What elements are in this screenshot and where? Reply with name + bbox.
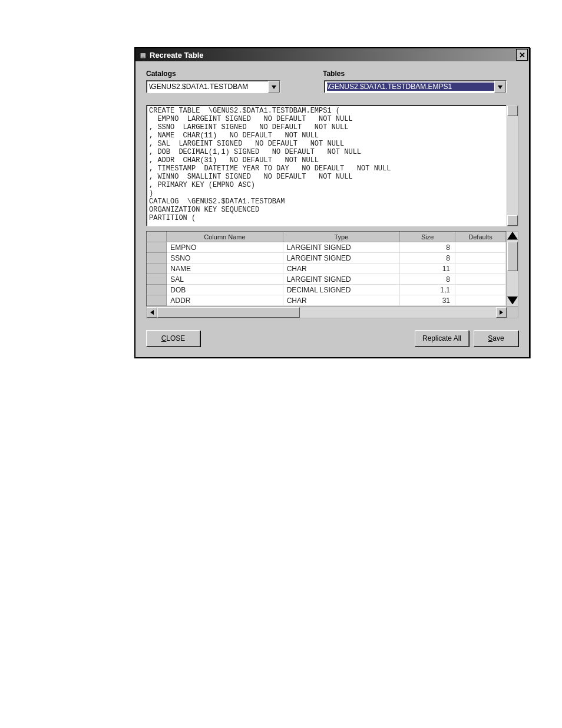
cell-defaults[interactable] xyxy=(455,274,506,285)
scroll-up-button[interactable] xyxy=(507,232,518,242)
cell-col-name[interactable]: ADDR xyxy=(167,295,283,306)
scroll-left-button[interactable] xyxy=(147,307,157,318)
table-row[interactable]: ADDR CHAR 31 xyxy=(147,295,506,306)
cell-size[interactable]: 1,1 xyxy=(400,285,455,295)
titlebar-close-button[interactable]: ✕ xyxy=(516,49,528,61)
tables-combo-arrow[interactable] xyxy=(494,81,506,93)
cell-col-name[interactable]: DOB xyxy=(167,285,283,295)
scrollbar-thumb[interactable] xyxy=(507,242,518,271)
close-icon: ✕ xyxy=(519,51,525,60)
grid-header-defaults[interactable]: Defaults xyxy=(455,232,506,242)
chevron-down-icon xyxy=(272,83,276,91)
svg-marker-1 xyxy=(498,85,503,89)
cell-type[interactable]: CHAR xyxy=(283,295,400,306)
svg-marker-4 xyxy=(507,232,518,240)
cell-type[interactable]: CHAR xyxy=(283,263,400,274)
recreate-table-dialog: ▤ Recreate Table ✕ Catalogs Tables \GENU… xyxy=(134,47,530,358)
cell-type[interactable]: LARGEINT SIGNED xyxy=(283,253,400,263)
row-header[interactable] xyxy=(147,242,167,253)
grid-header-row: Column Name Type Size Defaults xyxy=(147,232,506,242)
scroll-right-button[interactable] xyxy=(496,307,507,318)
combo-labels-row: Catalogs Tables xyxy=(146,70,518,78)
cell-type[interactable]: LARGEINT SIGNED xyxy=(283,242,400,253)
sql-vertical-scrollbar[interactable] xyxy=(507,105,518,226)
cell-size[interactable]: 8 xyxy=(400,253,455,263)
svg-marker-0 xyxy=(272,85,276,89)
svg-marker-5 xyxy=(507,297,518,305)
scrollbar-track[interactable] xyxy=(507,116,518,215)
sql-textbox[interactable]: CREATE TABLE \GENUS2.$DATA1.TESTDBAM.EMP… xyxy=(146,105,507,226)
cell-defaults[interactable] xyxy=(455,285,506,295)
cell-size[interactable]: 11 xyxy=(400,263,455,274)
scrollbar-thumb[interactable] xyxy=(157,307,300,318)
cell-size[interactable]: 8 xyxy=(400,274,455,285)
chevron-up-icon xyxy=(507,233,518,242)
button-spacer xyxy=(205,330,410,347)
scroll-down-button[interactable] xyxy=(507,297,518,307)
scrollbar-track[interactable] xyxy=(507,242,518,297)
replicate-all-label: Replicate All xyxy=(422,334,461,342)
cell-defaults[interactable] xyxy=(455,242,506,253)
svg-marker-7 xyxy=(500,310,503,315)
grid-corner xyxy=(147,232,167,242)
table-row[interactable]: SAL LARGEINT SIGNED 8 xyxy=(147,274,506,285)
scroll-up-button[interactable] xyxy=(507,106,518,116)
button-row: CLOSE Replicate All Save xyxy=(146,330,518,347)
replicate-all-button[interactable]: Replicate All xyxy=(415,330,469,347)
grid-header-size[interactable]: Size xyxy=(400,232,455,242)
cell-col-name[interactable]: EMPNO xyxy=(167,242,283,253)
sql-area: CREATE TABLE \GENUS2.$DATA1.TESTDBAM.EMP… xyxy=(146,105,518,226)
table-row[interactable]: SSNO LARGEINT SIGNED 8 xyxy=(147,253,506,263)
tables-combo-value: \GENUS2.$DATA1.TESTDBAM.EMPS1 xyxy=(327,83,494,91)
tables-label: Tables xyxy=(323,70,518,78)
row-header[interactable] xyxy=(147,263,167,274)
cell-size[interactable]: 31 xyxy=(400,295,455,306)
row-header[interactable] xyxy=(147,253,167,263)
chevron-down-icon xyxy=(507,298,518,306)
cell-col-name[interactable]: SSNO xyxy=(167,253,283,263)
catalogs-combo-value: \GENUS2.$DATA1.TESTDBAM xyxy=(149,83,268,91)
grid-horizontal-scrollbar[interactable] xyxy=(146,307,518,318)
grid-header-column-name[interactable]: Column Name xyxy=(167,232,283,242)
columns-grid-wrap: Column Name Type Size Defaults EMPNO LAR… xyxy=(146,231,518,307)
cell-defaults[interactable] xyxy=(455,295,506,306)
scrollbar-corner xyxy=(507,307,518,318)
catalogs-combo-arrow[interactable] xyxy=(268,81,280,93)
scrollbar-track[interactable] xyxy=(157,307,496,318)
cell-defaults[interactable] xyxy=(455,253,506,263)
dialog-body: Catalogs Tables \GENUS2.$DATA1.TESTDBAM … xyxy=(135,61,529,357)
svg-marker-6 xyxy=(150,310,154,315)
window-title: Recreate Table xyxy=(150,51,516,60)
close-button-label: LOSE xyxy=(166,334,185,342)
scroll-down-button[interactable] xyxy=(507,215,518,226)
tables-combo[interactable]: \GENUS2.$DATA1.TESTDBAM.EMPS1 xyxy=(324,80,507,93)
table-row[interactable]: DOB DECIMAL LSIGNED 1,1 xyxy=(147,285,506,295)
combo-row: \GENUS2.$DATA1.TESTDBAM \GENUS2.$DATA1.T… xyxy=(146,80,518,93)
chevron-left-icon xyxy=(150,308,154,317)
save-button[interactable]: Save xyxy=(474,330,518,347)
row-header[interactable] xyxy=(147,274,167,285)
cell-col-name[interactable]: SAL xyxy=(167,274,283,285)
app-icon: ▤ xyxy=(138,50,147,60)
cell-size[interactable]: 8 xyxy=(400,242,455,253)
cell-type[interactable]: DECIMAL LSIGNED xyxy=(283,285,400,295)
chevron-right-icon xyxy=(500,308,503,317)
titlebar: ▤ Recreate Table ✕ xyxy=(135,48,529,61)
catalogs-combo[interactable]: \GENUS2.$DATA1.TESTDBAM xyxy=(146,80,280,93)
table-row[interactable]: NAME CHAR 11 xyxy=(147,263,506,274)
close-button[interactable]: CLOSE xyxy=(146,330,200,347)
save-button-label: ave xyxy=(492,334,504,342)
chevron-down-icon xyxy=(498,83,503,91)
cell-type[interactable]: LARGEINT SIGNED xyxy=(283,274,400,285)
columns-grid[interactable]: Column Name Type Size Defaults EMPNO LAR… xyxy=(146,231,507,307)
cell-col-name[interactable]: NAME xyxy=(167,263,283,274)
row-header[interactable] xyxy=(147,285,167,295)
catalogs-label: Catalogs xyxy=(146,70,323,78)
table-row[interactable]: EMPNO LARGEINT SIGNED 8 xyxy=(147,242,506,253)
cell-defaults[interactable] xyxy=(455,263,506,274)
grid-vertical-scrollbar[interactable] xyxy=(507,231,518,307)
row-header[interactable] xyxy=(147,295,167,306)
grid-header-type[interactable]: Type xyxy=(283,232,400,242)
